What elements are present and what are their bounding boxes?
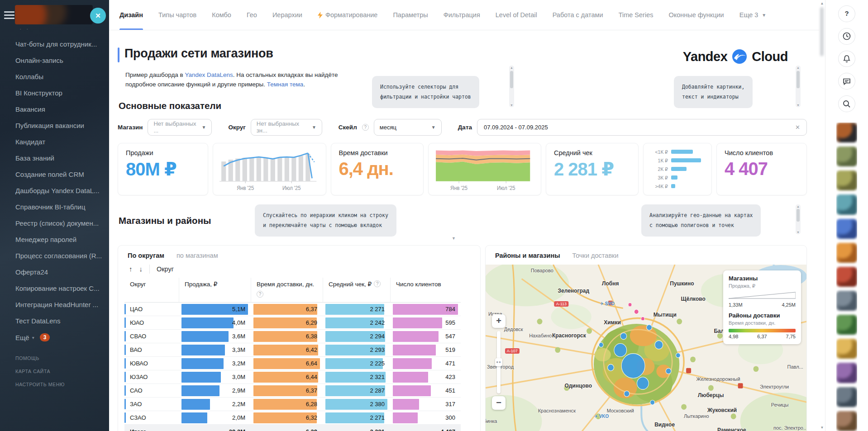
menu-icon[interactable]	[4, 11, 14, 19]
screen: . . ✕ Чат-боты для сотрудник...Онлайн-за…	[0, 0, 868, 431]
sidebar-footer-link-карта-сайта[interactable]: КАРТА САЙТА	[15, 369, 65, 374]
table-row-district-юзао[interactable]: ЮЗАО	[124, 370, 179, 384]
asset-thumbnail-1[interactable]	[836, 123, 857, 142]
cell-clients: 595	[390, 316, 461, 330]
asset-thumbnail-12[interactable]	[836, 387, 857, 407]
sidebar-item-кандидат[interactable]: Кандидат	[0, 134, 109, 150]
asset-thumbnail-2[interactable]	[836, 147, 857, 166]
filter-district-select[interactable]: Нет выбранных зн... ▼	[251, 119, 322, 136]
zoom-out-button[interactable]: −	[492, 396, 506, 410]
filter-scale-label: Скейл	[339, 124, 357, 131]
sidebar-item-процесс-согласования-r[interactable]: Процесс согласования (R...	[0, 248, 109, 264]
districts-table: ОкругПродажа, ₽Время доставки, дн.?Средн…	[124, 278, 471, 431]
date-range-input[interactable]: 07.09.2024 - 07.09.2025 ✕	[477, 119, 807, 136]
search-icon[interactable]	[838, 95, 855, 112]
table-row-district-сао[interactable]: САО	[124, 384, 179, 398]
asset-thumbnail-9[interactable]	[836, 315, 857, 335]
table-row-district-вао[interactable]: ВАО	[124, 343, 179, 357]
sidebar-item-копирование-настроек-с[interactable]: Копирование настроек С...	[0, 280, 109, 297]
help-icon[interactable]: ?	[374, 280, 381, 287]
page-scrollbar[interactable]: ▲ ▼	[819, 0, 825, 431]
sidebar-item-база-знаний[interactable]: База знаний	[0, 150, 109, 166]
hint-selectors-scrollbar[interactable]: ▲▼	[509, 66, 514, 107]
tab-иерархии[interactable]: Иерархии	[272, 0, 302, 30]
history-icon[interactable]	[838, 28, 855, 45]
map[interactable]: ПоваровоЗеленоградЛобняПушкиноЩёлковоМыт…	[486, 265, 806, 431]
help-icon[interactable]: ?	[257, 291, 263, 298]
asset-thumbnail-8[interactable]	[836, 291, 857, 311]
help-icon[interactable]: ?	[838, 5, 855, 22]
zoom-slider-handle[interactable]: ●●	[495, 358, 502, 366]
help-icon[interactable]: ?	[362, 124, 369, 131]
zoom-in-button[interactable]: +	[492, 314, 506, 328]
hint-hierarchy-caret-icon[interactable]: ▼	[452, 236, 456, 241]
scrollbar-thumb[interactable]	[820, 7, 824, 56]
sidebar-item-создание-полей-crm[interactable]: Создание полей CRM	[0, 166, 109, 183]
clear-date-icon[interactable]: ✕	[795, 124, 800, 131]
sidebar-item-оферта24[interactable]: Оферта24	[0, 264, 109, 280]
link-yandex-datalens[interactable]: Yandex DataLens	[185, 71, 233, 78]
filter-scale-select[interactable]: месяц ▼	[374, 119, 442, 136]
sidebar-item-публикация-вакансии[interactable]: Публикация вакансии	[0, 118, 109, 134]
sidebar-item-more[interactable]: Ещё ▾ 3	[0, 329, 109, 346]
asset-thumbnail-6[interactable]	[836, 243, 857, 263]
tab-дизайн[interactable]: Дизайн	[119, 0, 143, 30]
scroll-up-icon[interactable]: ▲	[819, 1, 825, 5]
tab-оконные-функции[interactable]: Оконные функции	[668, 0, 724, 30]
sidebar-footer-link-настроить-меню[interactable]: НАСТРОИТЬ МЕНЮ	[15, 382, 65, 387]
cell-sales: 3,2М	[179, 357, 251, 370]
table-row-district-свао[interactable]: СВАО	[124, 330, 179, 343]
asset-thumbnail-5[interactable]	[836, 219, 857, 239]
tab-еще-3[interactable]: Еще 3▼	[739, 0, 767, 30]
table-row-district-цао[interactable]: ЦАО	[124, 303, 179, 316]
hint-geo-scrollbar[interactable]: ▲▼	[796, 204, 801, 234]
map-tab-районы-и-магазины[interactable]: Районы и магазины	[495, 252, 560, 259]
tab-фильтрация[interactable]: Фильтрация	[444, 0, 480, 30]
sidebar-item-интеграция-headhunter[interactable]: Интеграция HeadHunter ...	[0, 297, 109, 313]
sidebar-item-онлайн-запись[interactable]: Онлайн-запись	[0, 52, 109, 69]
sidebar-item-справочник-bi-таблиц[interactable]: Справочник BI-таблиц	[0, 199, 109, 215]
sidebar-item-коллабы[interactable]: Коллабы	[0, 69, 109, 85]
sidebar-item-bi-конструктор[interactable]: BI Конструктор	[0, 85, 109, 101]
table-row-district-сзао[interactable]: СЗАО	[124, 411, 179, 425]
sidebar-item-тест-datalens[interactable]: Тест DataLens	[0, 313, 109, 329]
asset-thumbnail-3[interactable]	[836, 171, 857, 190]
table-tab-по-магазинам[interactable]: по магазинам	[176, 252, 218, 259]
tab-форматирование[interactable]: Форматирование	[318, 0, 378, 30]
kpi-sales-value: 80М ₽	[126, 159, 200, 180]
sidebar-item-вакансия[interactable]: Вакансия	[0, 101, 109, 118]
sort-desc-icon[interactable]: ↓	[139, 265, 143, 273]
asset-thumbnail-10[interactable]	[836, 339, 857, 359]
tab-комбо[interactable]: Комбо	[212, 0, 231, 30]
asset-thumbnail-4[interactable]	[836, 194, 857, 214]
notifications-bell-icon[interactable]	[838, 51, 855, 67]
sidebar-item-реестр-список-докумен[interactable]: Реестр (список) докумен...	[0, 215, 109, 232]
tab-гео[interactable]: Гео	[247, 0, 257, 30]
bar-value: 547	[445, 331, 455, 342]
link-темная-тема[interactable]: Темная тема	[267, 81, 304, 88]
sidebar-item-чат-боты-для-сотрудник[interactable]: Чат-боты для сотрудник...	[0, 36, 109, 52]
tab-работа-с-датами[interactable]: Работа с датами	[553, 0, 603, 30]
map-tab-точки-доставки[interactable]: Точки доставки	[572, 252, 619, 259]
tab-параметры[interactable]: Параметры	[393, 0, 428, 30]
sidebar-footer-link-помощь[interactable]: ПОМОЩЬ	[15, 355, 65, 361]
scroll-down-icon[interactable]: ▼	[819, 426, 825, 430]
asset-thumbnail-11[interactable]	[836, 363, 857, 383]
tab-time-series[interactable]: Time Series	[619, 0, 653, 30]
sidebar-item-менеджер-паролей[interactable]: Менеджер паролей	[0, 232, 109, 248]
comments-icon[interactable]	[838, 73, 855, 90]
hint-images-scrollbar[interactable]: ▲▼	[796, 66, 801, 107]
table-row-district-юао[interactable]: ЮАО	[124, 316, 179, 330]
sidebar-item-дашборды-yandex-datal[interactable]: Дашборды Yandex DataL...	[0, 183, 109, 199]
table-row-district-зао[interactable]: ЗАО	[124, 398, 179, 411]
asset-thumbnail-7[interactable]	[836, 267, 857, 287]
table-row-district-ювао[interactable]: ЮВАО	[124, 357, 179, 370]
table-tab-по-округам[interactable]: По округам	[128, 252, 164, 259]
asset-thumbnail-13[interactable]	[836, 411, 857, 431]
sidebar-close-button[interactable]: ✕	[90, 8, 106, 24]
sort-field-chip[interactable]: Округ	[157, 265, 174, 273]
sort-asc-icon[interactable]: ↑	[129, 265, 133, 273]
tab-level-of-detail[interactable]: Level of Detail	[496, 0, 537, 30]
filter-shop-select[interactable]: Нет выбранных ... ▼	[148, 119, 212, 136]
tab-типы-чартов[interactable]: Типы чартов	[158, 0, 196, 30]
